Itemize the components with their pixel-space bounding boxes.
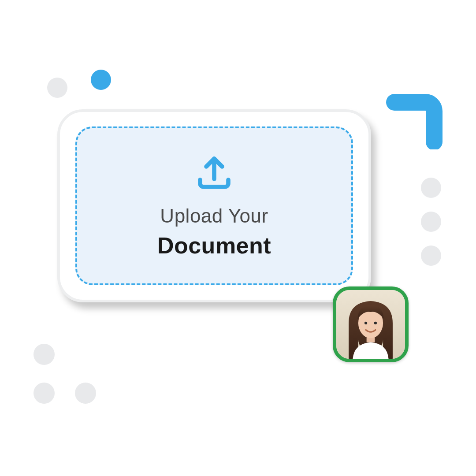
upload-illustration: Upload Your Document [0,0,476,476]
upload-dropzone[interactable]: Upload Your Document [75,126,353,285]
dot-decoration-grey [33,344,55,365]
upload-text-line1: Upload Your [157,204,271,228]
avatar-placeholder-icon [336,290,405,359]
svg-point-4 [364,322,367,324]
upload-text: Upload Your Document [157,204,271,260]
dot-decoration-grey [421,245,441,266]
dot-decoration-grey [47,78,67,98]
upload-text-line2: Document [157,231,271,260]
upload-icon [193,152,235,196]
dot-decoration-grey [75,383,96,404]
svg-point-5 [374,322,377,324]
dot-decoration-grey [421,212,441,232]
dot-decoration-blue [91,70,111,90]
dot-decoration-grey [421,178,441,198]
corner-accent-icon [386,90,445,151]
dot-decoration-grey [33,383,55,404]
upload-card: Upload Your Document [57,109,371,302]
avatar[interactable] [333,286,409,362]
